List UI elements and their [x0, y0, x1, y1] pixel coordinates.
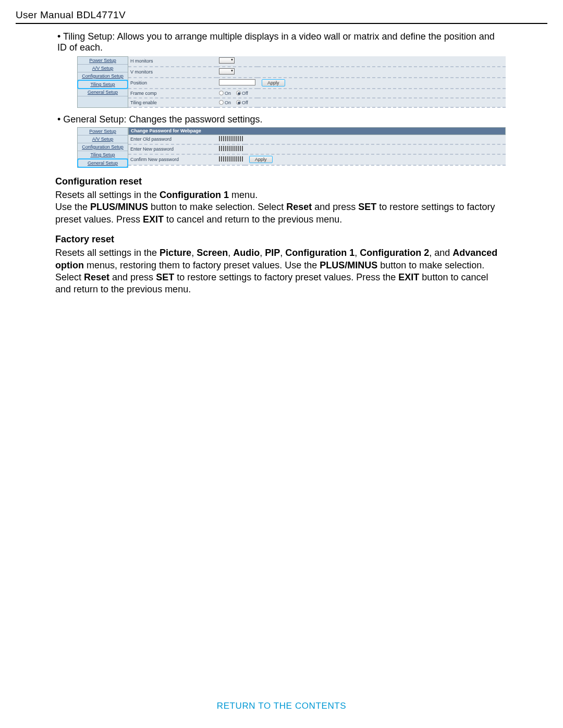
nav-power-setup[interactable]: Power Setup	[78, 128, 128, 135]
tiling-enable-off-radio[interactable]	[236, 100, 241, 105]
general-setup-panel: Power Setup A/V Setup Configuration Setu…	[77, 127, 506, 168]
bullet-general: General Setup: Changes the password sett…	[57, 114, 506, 125]
config-reset-p2: Use the PLUS/MINUS button to make select…	[55, 201, 506, 226]
off-label: Off	[242, 91, 248, 96]
frame-comp-on-radio[interactable]	[219, 91, 224, 95]
v-monitors-select[interactable]	[219, 68, 235, 75]
row-tiling-enable-label: Tiling enable	[128, 98, 217, 107]
heading-factory-reset: Factory reset	[55, 234, 506, 245]
sidebar-nav: Power Setup A/V Setup Configuration Setu…	[77, 127, 128, 168]
h-monitors-select[interactable]	[219, 57, 235, 64]
nav-av-setup[interactable]: A/V Setup	[78, 135, 128, 143]
position-input[interactable]	[219, 79, 255, 85]
old-password-input[interactable]	[219, 136, 243, 141]
general-title-bar: Change Password for Webpage	[128, 127, 506, 135]
row-confirm-password-label: Confirm New password	[128, 154, 217, 165]
row-new-password-label: Enter New password	[128, 144, 217, 154]
frame-comp-off-radio[interactable]	[236, 91, 241, 95]
nav-tiling-setup[interactable]: Tiling Setup	[77, 80, 128, 89]
nav-av-setup[interactable]: A/V Setup	[78, 65, 128, 72]
factory-reset-p: Resets all settings in the Picture, Scre…	[55, 247, 506, 296]
bullet-tiling: Tiling Setup: Allows you to arrange mult…	[57, 31, 506, 53]
tiling-setup-panel: Power Setup A/V Setup Configuration Setu…	[77, 56, 506, 108]
nav-configuration-setup[interactable]: Configuration Setup	[78, 143, 128, 151]
return-to-contents-link[interactable]: Return to the Contents	[217, 701, 346, 711]
bullet-list: General Setup: Changes the password sett…	[57, 114, 506, 125]
row-frame-comp-label: Frame comp	[128, 89, 217, 98]
nav-configuration-setup[interactable]: Configuration Setup	[78, 72, 128, 80]
footer: Return to the Contents	[0, 700, 563, 711]
general-pane: Change Password for Webpage Enter Old pa…	[128, 127, 506, 168]
row-position-label: Position	[128, 78, 217, 89]
nav-tiling-setup[interactable]: Tiling Setup	[78, 151, 128, 159]
tiling-enable-on-radio[interactable]	[219, 100, 224, 105]
heading-configuration-reset: Configuration reset	[55, 176, 506, 187]
apply-button-general[interactable]: Apply	[249, 156, 273, 163]
off-label: Off	[242, 100, 248, 105]
tiling-enable-radio-group: On Off	[219, 100, 248, 105]
on-label: On	[225, 91, 231, 96]
confirm-password-input[interactable]	[219, 156, 243, 162]
tiling-pane: H monitors V monitors Position Apply Fra…	[128, 56, 506, 108]
row-old-password-label: Enter Old password	[128, 135, 217, 144]
new-password-input[interactable]	[219, 146, 243, 151]
config-reset-p1: Resets all settings in the Configuration…	[55, 189, 506, 201]
frame-comp-radio-group: On Off	[219, 91, 248, 96]
header-rule	[16, 23, 547, 24]
row-v-monitors-label: V monitors	[128, 67, 217, 78]
row-h-monitors-label: H monitors	[128, 56, 217, 67]
nav-power-setup[interactable]: Power Setup	[78, 57, 128, 65]
on-label: On	[225, 100, 231, 105]
apply-button-tiling[interactable]: Apply	[262, 79, 285, 87]
page-header: User Manual BDL4771V	[16, 9, 547, 23]
sidebar-nav: Power Setup A/V Setup Configuration Setu…	[77, 56, 128, 108]
nav-general-setup[interactable]: General Setup	[77, 158, 128, 168]
nav-general-setup[interactable]: General Setup	[78, 89, 128, 96]
bullet-list: Tiling Setup: Allows you to arrange mult…	[57, 31, 506, 53]
